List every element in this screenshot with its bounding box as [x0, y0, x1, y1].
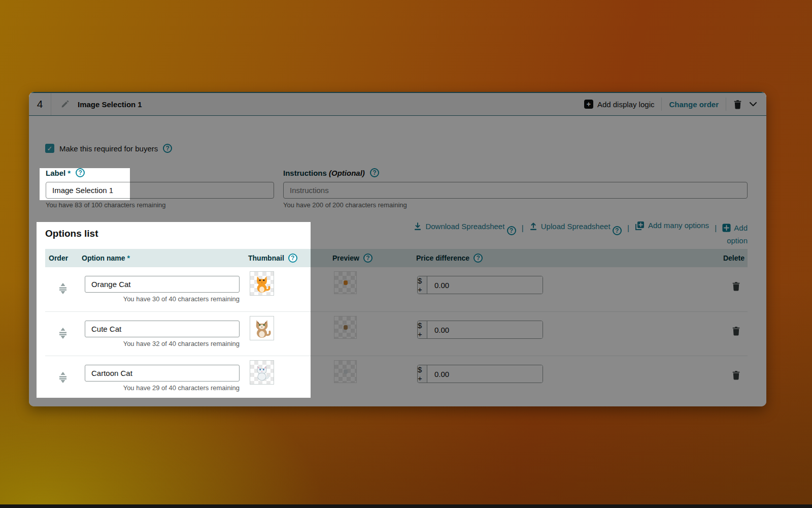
column-order: Order	[45, 254, 81, 262]
thumbnail-help-icon[interactable]: ?	[288, 253, 297, 263]
edit-pencil-icon[interactable]	[60, 100, 70, 109]
instructions-helper-text: You have 200 of 200 characters remaining	[283, 201, 748, 209]
option-name-input[interactable]	[85, 365, 240, 382]
option-row: You have 29 of 40 characters remaining $…	[45, 356, 748, 396]
column-delete: Delete	[671, 254, 748, 262]
column-option-name: Option name *	[81, 254, 246, 262]
price-input[interactable]	[427, 365, 543, 383]
option-row: You have 30 of 40 characters remaining $…	[45, 267, 748, 311]
delete-option-trash-icon[interactable]	[732, 370, 740, 396]
header-divider	[726, 98, 726, 111]
label-helper-text: You have 83 of 100 characters remaining	[46, 201, 274, 209]
add-option-link[interactable]: Add option	[722, 224, 748, 245]
column-preview: Preview ?	[329, 253, 416, 263]
options-table: Order Option name * Thumbnail ? Preview …	[45, 249, 748, 396]
orange-cat-image	[252, 273, 272, 294]
instructions-field-title: Instructions (Optional)	[283, 169, 365, 177]
option-name-input[interactable]	[85, 276, 240, 293]
column-thumbnail: Thumbnail ?	[246, 253, 329, 263]
change-order-button[interactable]: Change order	[669, 100, 719, 109]
instructions-input[interactable]	[283, 182, 748, 199]
drag-handle[interactable]	[57, 370, 69, 385]
toolbar-separator: |	[715, 224, 717, 232]
price-prefix: $ +	[418, 365, 427, 383]
add-many-options-link[interactable]: Add many options	[635, 220, 709, 231]
upload-spreadsheet-link[interactable]: Upload Spreadsheet	[529, 221, 611, 232]
delete-option-trash-icon[interactable]	[732, 281, 740, 311]
required-checkbox-label: Make this required for buyers	[59, 144, 158, 153]
add-option-plus-icon	[722, 224, 731, 232]
thumbnail-upload-box[interactable]	[250, 271, 274, 296]
options-list-title: Options list	[45, 228, 98, 239]
preview-mini-image	[344, 280, 348, 285]
download-help-icon[interactable]: ?	[507, 226, 516, 235]
price-input[interactable]	[427, 276, 543, 294]
column-price-difference: Price difference ?	[416, 253, 671, 263]
thumbnail-upload-box[interactable]	[250, 360, 274, 385]
collapse-chevron-down-icon[interactable]	[749, 102, 757, 107]
drag-handle[interactable]	[57, 326, 69, 340]
delete-section-trash-icon[interactable]	[733, 100, 742, 109]
label-input[interactable]	[46, 182, 274, 199]
price-difference-field: $ +	[417, 365, 543, 383]
price-input[interactable]	[427, 321, 543, 338]
thumbnail-upload-box[interactable]	[250, 316, 274, 340]
bottom-black-strip	[0, 504, 812, 508]
options-table-header: Order Option name * Thumbnail ? Preview …	[45, 249, 748, 267]
add-display-logic-button[interactable]: + Add display logic	[584, 100, 655, 109]
instructions-help-icon[interactable]: ?	[370, 168, 379, 177]
download-icon	[414, 223, 422, 231]
option-helper-text: You have 29 of 40 characters remaining	[85, 384, 240, 392]
preview-mini-image	[344, 369, 348, 374]
section-title: Image Selection 1	[78, 100, 142, 109]
required-checkbox[interactable]: ✓	[45, 144, 54, 153]
price-difference-field: $ +	[417, 321, 543, 339]
label-field-group: Label * ? You have 83 of 100 characters …	[46, 168, 274, 209]
upload-icon	[529, 223, 537, 231]
drag-handle[interactable]	[57, 281, 69, 296]
delete-option-trash-icon[interactable]	[732, 326, 740, 356]
customization-section-card: 4 Image Selection 1 + Add display logic …	[29, 92, 766, 406]
section-header: 4 Image Selection 1 + Add display logic …	[29, 92, 766, 116]
label-field-title: Label *	[46, 169, 71, 177]
toolbar-separator: |	[522, 224, 524, 232]
preview-box	[334, 360, 357, 383]
price-difference-field: $ +	[417, 276, 543, 294]
download-spreadsheet-link[interactable]: Download Spreadsheet	[414, 221, 504, 232]
options-toolbar: Download Spreadsheet ? | Upload Spreadsh…	[413, 220, 748, 246]
preview-mini-image	[344, 325, 348, 330]
price-prefix: $ +	[418, 276, 427, 294]
preview-help-icon[interactable]: ?	[363, 253, 373, 263]
section-number: 4	[29, 93, 51, 115]
instructions-field-group: Instructions (Optional) ? You have 200 o…	[283, 168, 748, 209]
add-many-options-icon	[635, 221, 645, 231]
tabby-cat-image	[251, 318, 273, 339]
option-row: You have 32 of 40 characters remaining	[45, 311, 748, 356]
price-help-icon[interactable]: ?	[473, 253, 483, 263]
option-name-input[interactable]	[85, 321, 240, 337]
required-help-icon[interactable]: ?	[163, 144, 172, 153]
preview-box	[334, 271, 357, 294]
option-helper-text: You have 30 of 40 characters remaining	[85, 295, 240, 303]
upload-help-icon[interactable]: ?	[613, 226, 622, 235]
white-cat-image	[253, 363, 271, 382]
price-prefix: $ +	[418, 321, 427, 338]
preview-box	[334, 316, 357, 339]
label-help-icon[interactable]: ?	[76, 168, 85, 177]
required-checkbox-row: ✓ Make this required for buyers ?	[45, 144, 172, 153]
toolbar-separator: |	[627, 224, 629, 232]
option-helper-text: You have 32 of 40 characters remaining	[85, 340, 240, 347]
header-divider	[661, 98, 662, 111]
plus-square-icon: +	[584, 100, 593, 109]
